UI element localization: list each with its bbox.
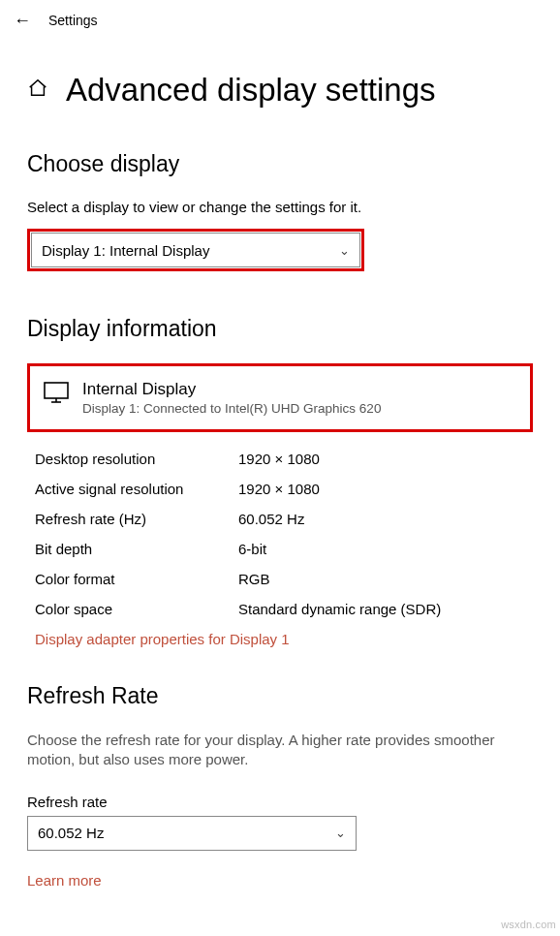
prop-key: Desktop resolution: [35, 451, 238, 467]
prop-val: Standard dynamic range (SDR): [238, 601, 441, 617]
display-information-heading: Display information: [27, 316, 533, 342]
choose-display-subtext: Select a display to view or change the s…: [27, 199, 533, 215]
display-card-highlight: Internal Display Display 1: Connected to…: [27, 363, 533, 432]
display-card-sub: Display 1: Connected to Intel(R) UHD Gra…: [82, 401, 381, 416]
display-properties-table: Desktop resolution 1920 × 1080 Active si…: [27, 442, 533, 666]
refresh-rate-heading: Refresh Rate: [27, 683, 533, 709]
table-row: Desktop resolution 1920 × 1080: [35, 444, 525, 474]
choose-display-heading: Choose display: [27, 151, 533, 177]
svg-rect-0: [45, 383, 68, 398]
refresh-rate-dropdown[interactable]: 60.052 Hz ⌄: [27, 816, 357, 851]
display-card-text: Internal Display Display 1: Connected to…: [82, 380, 381, 416]
prop-val: 1920 × 1080: [238, 451, 320, 467]
prop-val: 1920 × 1080: [238, 481, 320, 497]
display-select-dropdown[interactable]: Display 1: Internal Display ⌄: [31, 233, 360, 267]
adapter-properties-link-row: Display adapter properties for Display 1: [35, 624, 525, 654]
home-icon[interactable]: [27, 78, 48, 103]
prop-val: 60.052 Hz: [238, 511, 304, 527]
title-row: Advanced display settings: [27, 72, 533, 109]
display-information-section: Display information Internal Display Dis…: [27, 316, 533, 666]
chevron-down-icon: ⌄: [335, 826, 346, 840]
refresh-rate-desc: Choose the refresh rate for your display…: [27, 731, 533, 770]
refresh-rate-value: 60.052 Hz: [38, 825, 104, 841]
prop-key: Color format: [35, 571, 238, 587]
table-row: Refresh rate (Hz) 60.052 Hz: [35, 504, 525, 534]
prop-key: Color space: [35, 601, 238, 617]
settings-crumb[interactable]: Settings: [48, 13, 98, 28]
page-content: Advanced display settings Choose display…: [0, 37, 560, 889]
display-select-highlight: Display 1: Internal Display ⌄: [27, 229, 364, 271]
prop-key: Refresh rate (Hz): [35, 511, 238, 527]
choose-display-section: Choose display Select a display to view …: [27, 151, 533, 271]
table-row: Active signal resolution 1920 × 1080: [35, 474, 525, 504]
refresh-rate-section: Refresh Rate Choose the refresh rate for…: [27, 683, 533, 889]
refresh-rate-field-label: Refresh rate: [27, 794, 533, 810]
prop-val: 6-bit: [238, 541, 266, 557]
chevron-down-icon: ⌄: [339, 243, 350, 258]
learn-more-link[interactable]: Learn more: [27, 872, 102, 889]
display-card-title: Internal Display: [82, 380, 381, 399]
prop-key: Active signal resolution: [35, 481, 238, 497]
watermark: wsxdn.com: [501, 919, 556, 930]
table-row: Color format RGB: [35, 564, 525, 594]
top-bar: ← Settings: [0, 0, 560, 37]
table-row: Color space Standard dynamic range (SDR): [35, 594, 525, 624]
page-title: Advanced display settings: [66, 72, 436, 109]
prop-key: Bit depth: [35, 541, 238, 557]
monitor-icon: [44, 382, 69, 407]
adapter-properties-link[interactable]: Display adapter properties for Display 1: [35, 631, 290, 647]
table-row: Bit depth 6-bit: [35, 534, 525, 564]
back-arrow-icon[interactable]: ←: [14, 12, 31, 29]
display-select-value: Display 1: Internal Display: [42, 242, 209, 259]
prop-val: RGB: [238, 571, 270, 587]
